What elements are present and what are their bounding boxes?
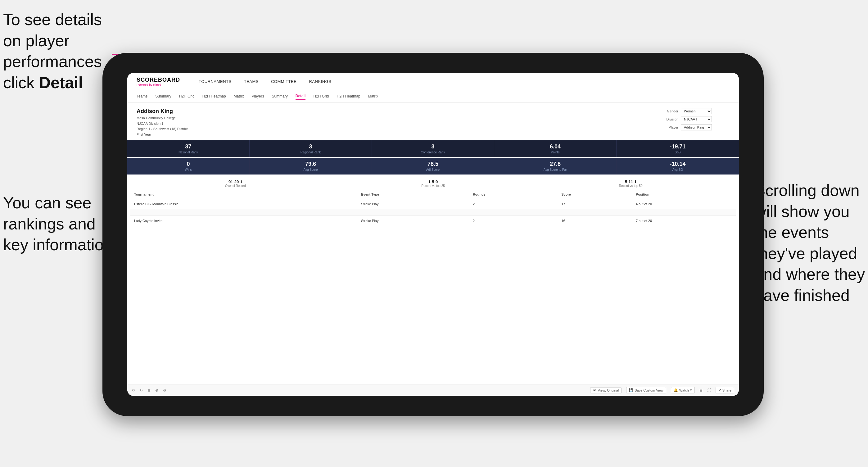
stat-avg-score-par: 27.8 Avg Score to Par xyxy=(494,158,617,175)
record-top25: 1-5-0 Record vs top 25 xyxy=(334,180,532,188)
table-row: Lady Coyote Invite Stroke Play 2 16 7 ou… xyxy=(130,216,736,226)
nav-tournaments[interactable]: TOURNAMENTS xyxy=(199,77,231,85)
share-icon: ↗ xyxy=(718,388,721,392)
player-label: Player xyxy=(661,125,678,129)
cell-rounds-3: 2 xyxy=(469,216,558,226)
stat-points: 6.04 Points xyxy=(494,141,617,157)
cell-tournament-2 xyxy=(130,209,357,216)
cell-event-3: Stroke Play xyxy=(357,216,469,226)
annotation-right: Scrolling down will show you the events … xyxy=(754,180,865,306)
stat-national-rank: 37 National Rank xyxy=(127,141,250,157)
stat-regional-rank: 3 Regional Rank xyxy=(250,141,372,157)
player-info: Addison King Mesa Community College NJCA… xyxy=(136,108,187,137)
watch-button[interactable]: 🔔 Watch ▾ xyxy=(671,387,695,394)
gender-label: Gender xyxy=(661,109,678,113)
cell-rounds-2 xyxy=(469,209,558,216)
stats-row2: 0 Wins 79.6 Avg Score 78.5 Adj Score 27.… xyxy=(127,158,739,175)
subnav-teams[interactable]: Teams xyxy=(136,93,148,99)
player-region: Region 1 - Southwest (18) District xyxy=(136,126,187,132)
subnav-h2h-grid2[interactable]: H2H Grid xyxy=(313,93,329,99)
cell-position-3: 7 out of 20 xyxy=(632,216,736,226)
division-label: Division xyxy=(661,117,678,121)
view-original-button[interactable]: 👁 View: Original xyxy=(590,387,621,394)
cell-score-1: 17 xyxy=(558,199,632,209)
zoom-in-icon[interactable]: ⊕ xyxy=(148,388,151,393)
col-rounds: Rounds xyxy=(469,190,558,199)
subnav-matrix2[interactable]: Matrix xyxy=(368,93,378,99)
tournament-table: Tournament Event Type Rounds Score Posit… xyxy=(130,190,736,226)
filter-player: Player Addison King xyxy=(661,124,730,130)
layout-icon[interactable]: ⊞ xyxy=(700,388,703,393)
col-event-type: Event Type xyxy=(357,190,469,199)
subnav-players[interactable]: Players xyxy=(251,93,264,99)
col-tournament: Tournament xyxy=(130,190,357,199)
subnav-h2h-heatmap2[interactable]: H2H Heatmap xyxy=(337,93,360,99)
cell-tournament-3: Lady Coyote Invite xyxy=(130,216,357,226)
nav-teams[interactable]: TEAMS xyxy=(244,77,258,85)
stat-wins: 0 Wins xyxy=(127,158,250,175)
player-college: Mesa Community College xyxy=(136,116,187,121)
nav-rankings[interactable]: RANKINGS xyxy=(309,77,331,85)
col-position: Position xyxy=(632,190,736,199)
table-row: Estella CC- Mountain Classic Stroke Play… xyxy=(130,199,736,209)
cell-tournament-1: Estella CC- Mountain Classic xyxy=(130,199,357,209)
tablet-frame: SCOREBOARD Powered by clippd TOURNAMENTS… xyxy=(102,53,764,416)
cell-event-1: Stroke Play xyxy=(357,199,469,209)
subnav-summary[interactable]: Summary xyxy=(155,93,171,99)
fullscreen-icon[interactable]: ⛶ xyxy=(707,388,711,393)
undo-icon[interactable]: ↺ xyxy=(132,388,135,393)
player-filters: Gender Women Division NJCAA I xyxy=(661,108,730,137)
record-row: 91-20-1 Overall Record 1-5-0 Record vs t… xyxy=(127,177,739,190)
save-custom-button[interactable]: 💾 Save Custom View xyxy=(626,387,666,394)
filter-division: Division NJCAA I xyxy=(661,116,730,122)
redo-icon[interactable]: ↻ xyxy=(140,388,143,393)
tournament-section: Tournament Event Type Rounds Score Posit… xyxy=(127,190,739,226)
stat-adj-score: 78.5 Adj Score xyxy=(372,158,494,175)
watch-icon: 🔔 xyxy=(674,388,678,392)
logo-powered: Powered by clippd xyxy=(136,83,180,86)
content-inner: Addison King Mesa Community College NJCA… xyxy=(127,102,739,384)
player-header: Addison King Mesa Community College NJCA… xyxy=(127,102,739,141)
sub-nav: Teams Summary H2H Grid H2H Heatmap Matri… xyxy=(127,90,739,102)
filter-gender: Gender Women xyxy=(661,108,730,114)
share-button[interactable]: ↗ Share xyxy=(716,387,734,394)
tablet-screen: SCOREBOARD Powered by clippd TOURNAMENTS… xyxy=(127,73,739,396)
stat-conference-rank: 3 Conference Rank xyxy=(372,141,494,157)
settings-icon[interactable]: ⚙ xyxy=(163,388,166,393)
subnav-matrix[interactable]: Matrix xyxy=(234,93,244,99)
cell-position-2 xyxy=(632,209,736,216)
logo-area: SCOREBOARD Powered by clippd xyxy=(136,77,180,86)
subnav-h2h-grid[interactable]: H2H Grid xyxy=(179,93,195,99)
cell-position-1: 4 out of 20 xyxy=(632,199,736,209)
top-nav: SCOREBOARD Powered by clippd TOURNAMENTS… xyxy=(127,73,739,90)
col-score: Score xyxy=(558,190,632,199)
gender-select[interactable]: Women xyxy=(681,108,712,114)
subnav-detail[interactable]: Detail xyxy=(296,93,306,100)
save-icon: 💾 xyxy=(629,388,633,392)
cell-score-3: 16 xyxy=(558,216,632,226)
stat-sos: -19.71 SoS xyxy=(617,141,739,157)
player-year: First Year xyxy=(136,132,187,137)
player-division: NJCAA Division 1 xyxy=(136,121,187,127)
stat-avg-sg: -10.14 Avg SG xyxy=(617,158,739,175)
annotation-bottom-left: You can see rankings and key information xyxy=(3,192,113,255)
stats-row1: 37 National Rank 3 Regional Rank 3 Confe… xyxy=(127,141,739,157)
zoom-out-icon[interactable]: ⊖ xyxy=(155,388,158,393)
subnav-h2h-heatmap[interactable]: H2H Heatmap xyxy=(203,93,226,99)
bottom-toolbar: ↺ ↻ ⊕ ⊖ ⚙ 👁 View: Original 💾 Save Custom… xyxy=(127,384,739,396)
stat-avg-score: 79.6 Avg Score xyxy=(250,158,372,175)
player-name: Addison King xyxy=(136,108,187,115)
nav-committee[interactable]: COMMITTEE xyxy=(271,77,297,85)
division-select[interactable]: NJCAA I xyxy=(681,116,712,122)
main-content: Addison King Mesa Community College NJCA… xyxy=(127,102,739,384)
cell-event-2 xyxy=(357,209,469,216)
table-row xyxy=(130,209,736,216)
cell-score-2 xyxy=(558,209,632,216)
eye-icon: 👁 xyxy=(593,388,596,392)
player-select[interactable]: Addison King xyxy=(681,124,712,130)
record-top50: 5-11-1 Record vs top 50 xyxy=(532,180,730,188)
logo-scoreboard: SCOREBOARD xyxy=(136,77,180,83)
record-overall: 91-20-1 Overall Record xyxy=(136,180,334,188)
cell-rounds-1: 2 xyxy=(469,199,558,209)
subnav-summary2[interactable]: Summary xyxy=(272,93,287,99)
